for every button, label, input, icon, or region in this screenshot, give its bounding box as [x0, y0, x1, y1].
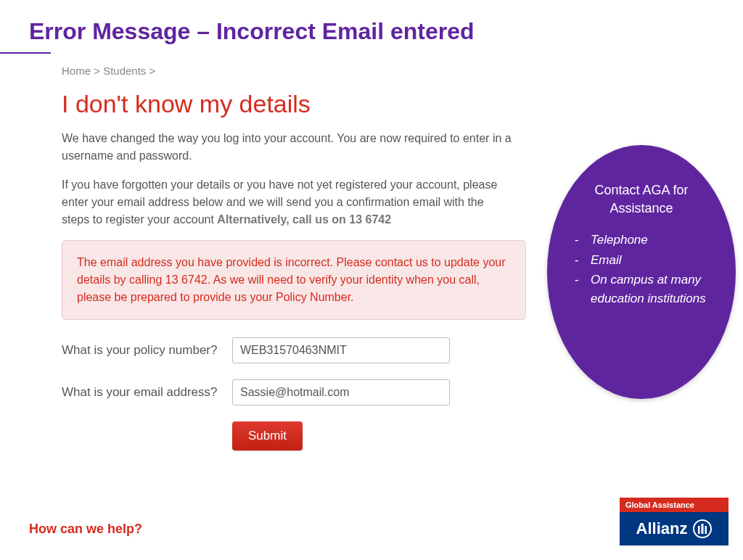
allianz-logo: Global Assistance Allianz [620, 498, 728, 545]
breadcrumb-sep: > [94, 65, 100, 77]
breadcrumb-students[interactable]: Students [103, 65, 146, 77]
submit-button[interactable]: Submit [232, 421, 303, 450]
title-underline [0, 52, 51, 54]
breadcrumb: Home > Students > [62, 65, 728, 77]
callout-item-email: Email [575, 251, 715, 270]
global-assistance-bar: Global Assistance [620, 498, 728, 512]
email-label: What is your email address? [62, 385, 232, 400]
breadcrumb-sep: > [149, 65, 156, 77]
callout-title: Contact AGA for Assistance [567, 181, 715, 218]
allianz-eagle-icon [693, 519, 712, 538]
svg-rect-2 [698, 526, 700, 534]
policy-label: What is your policy number? [62, 343, 232, 358]
slide-title: Error Message – Incorrect Email entered [0, 0, 743, 52]
callout-item-telephone: Telephone [575, 231, 715, 250]
breadcrumb-home[interactable]: Home [62, 65, 91, 77]
callout-oval: Contact AGA for Assistance Telephone Ema… [547, 145, 736, 399]
allianz-block: Allianz [620, 512, 728, 545]
footer-help: How can we help? [29, 522, 142, 537]
intro-paragraph-1: We have changed the way you log into you… [62, 130, 512, 165]
error-box: The email address you have provided is i… [62, 240, 526, 320]
policy-input[interactable] [232, 337, 450, 363]
callout-list: Telephone Email On campus at many educat… [567, 231, 715, 308]
intro-paragraph-2: If you have forgotten your details or yo… [62, 176, 512, 228]
alt-phone-text: Alternatively, call us on 13 6742 [217, 213, 391, 226]
error-message: The email address you have provided is i… [77, 254, 511, 306]
email-input[interactable] [232, 379, 450, 405]
svg-rect-1 [702, 524, 704, 534]
callout-item-oncampus: On campus at many education institutions [575, 271, 715, 308]
svg-rect-3 [705, 526, 707, 534]
page-heading: I don't know my details [62, 90, 728, 118]
allianz-brand-text: Allianz [636, 519, 688, 538]
